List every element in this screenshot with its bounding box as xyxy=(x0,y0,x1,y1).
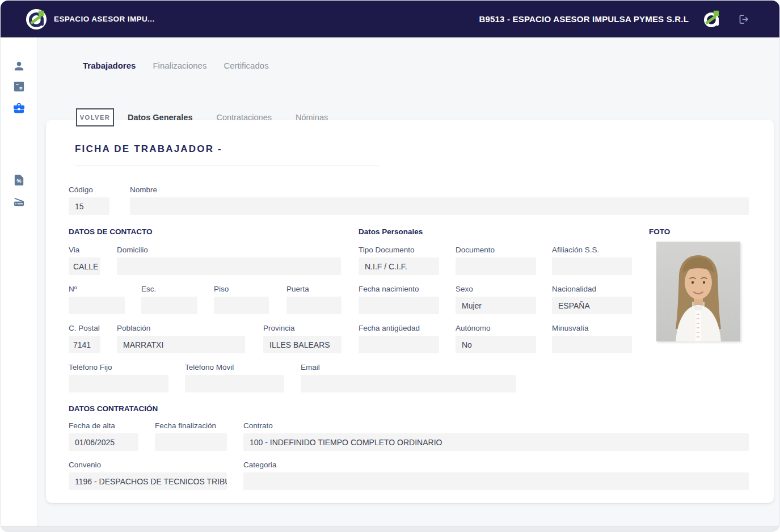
field-email: Email xyxy=(301,363,516,392)
back-button[interactable]: VOLVER xyxy=(76,108,114,126)
document-percent-icon: % xyxy=(12,174,26,187)
field-poblacion: Población MARRATXI xyxy=(117,324,245,353)
numero-input[interactable] xyxy=(69,297,125,314)
field-label: Población xyxy=(117,324,245,332)
title-divider xyxy=(75,166,379,166)
tipo-documento-input[interactable]: N.I.F / C.I.F. xyxy=(359,257,439,275)
field-categoria: Categoria xyxy=(243,461,749,490)
left-sidebar: % xyxy=(1,37,37,526)
sexo-input[interactable]: Mujer xyxy=(456,297,536,314)
sidebar-item-users[interactable] xyxy=(12,60,26,73)
subtab-nominas[interactable]: Nóminas xyxy=(296,113,328,122)
domicilio-input[interactable] xyxy=(117,257,341,275)
app-logo-icon xyxy=(26,9,47,30)
field-label: Domicilio xyxy=(117,246,341,254)
via-input[interactable]: CALLE xyxy=(69,257,100,275)
briefcase-icon xyxy=(12,102,26,115)
sidebar-item-workers-active[interactable] xyxy=(12,102,26,115)
field-tipo-documento: Tipo Documento N.I.F / C.I.F. xyxy=(359,246,439,275)
field-label: Afiliación S.S. xyxy=(552,246,632,254)
field-label: Fecha de alta xyxy=(69,421,138,430)
tab-trabajadores[interactable]: Trabajadores xyxy=(83,61,136,70)
email-input[interactable] xyxy=(301,375,516,392)
esc-input[interactable] xyxy=(141,297,197,314)
codigo-input[interactable]: 15 xyxy=(69,197,109,215)
minusvalia-input[interactable] xyxy=(552,336,632,353)
tab-finalizaciones[interactable]: Finalizaciones xyxy=(153,61,206,70)
c-postal-input[interactable]: 7141 xyxy=(69,336,100,353)
autonomo-input[interactable]: No xyxy=(456,336,536,353)
field-telefono-movil: Teléfono Móvil xyxy=(185,363,284,392)
section-header-datos-personales: Datos Personales xyxy=(359,227,423,236)
fecha-alta-input[interactable]: 01/06/2025 xyxy=(69,433,138,451)
field-fecha-finalizacion: Fecha finalización xyxy=(155,421,227,451)
field-label: Nº xyxy=(69,285,125,293)
top-navbar: ESPACIO ASESOR IMPU... B9513 - ESPACIO A… xyxy=(1,1,779,37)
logout-button[interactable] xyxy=(735,11,751,27)
field-fecha-nacimiento: Fecha nacimiento xyxy=(359,285,439,314)
fecha-antiguedad-input[interactable] xyxy=(359,336,439,353)
main-tabs: Trabajadores Finalizaciones Certificados xyxy=(83,61,269,70)
field-fecha-antiguedad: Fecha antigüedad xyxy=(359,324,439,353)
convenio-input[interactable]: 1196 - DESPACHOS DE TECNICOS TRIBUTARIO xyxy=(69,472,227,490)
sidebar-item-taxes[interactable]: % xyxy=(12,174,26,187)
section-header-datos-contratacion: DATOS CONTRATACIÓN xyxy=(69,404,158,413)
field-puerta: Puerta xyxy=(286,285,341,314)
field-provincia: Provincia ILLES BALEARS xyxy=(263,324,341,353)
worker-photo xyxy=(656,242,740,341)
categoria-input[interactable] xyxy=(243,472,749,490)
logout-icon xyxy=(736,12,750,26)
piso-input[interactable] xyxy=(214,297,269,314)
documento-input[interactable] xyxy=(456,257,536,275)
subtab-contrataciones[interactable]: Contrataciones xyxy=(216,113,272,122)
app-window: ESPACIO ASESOR IMPU... B9513 - ESPACIO A… xyxy=(0,0,780,532)
field-label: C. Postal xyxy=(69,324,100,332)
field-label: Código xyxy=(69,185,109,194)
worker-portrait-image xyxy=(656,242,740,341)
field-label: Email xyxy=(301,363,516,371)
field-label: Esc. xyxy=(141,285,197,293)
field-convenio: Convenio 1196 - DESPACHOS DE TECNICOS TR… xyxy=(69,461,227,490)
field-c-postal: C. Postal 7141 xyxy=(69,324,100,353)
field-label: Documento xyxy=(456,246,536,254)
telefono-movil-input[interactable] xyxy=(185,375,284,392)
fecha-nacimiento-input[interactable] xyxy=(359,297,439,314)
field-label: Convenio xyxy=(69,461,227,469)
field-label: Tipo Documento xyxy=(359,246,439,254)
field-piso: Piso xyxy=(214,285,269,314)
field-label: Provincia xyxy=(263,324,341,332)
horizontal-scrollbar[interactable] xyxy=(1,526,779,531)
field-documento: Documento xyxy=(456,246,536,275)
sidebar-item-calculations[interactable] xyxy=(12,80,26,93)
field-label: Fecha finalización xyxy=(155,421,227,430)
field-label: Puerta xyxy=(286,285,341,293)
field-numero: Nº xyxy=(69,285,125,314)
field-esc: Esc. xyxy=(141,285,197,314)
field-afiliacion-ss: Afiliación S.S. xyxy=(552,246,632,275)
section-header-foto: FOTO xyxy=(649,227,670,236)
poblacion-input[interactable]: MARRATXI xyxy=(117,336,245,353)
field-fecha-alta: Fecha de alta 01/06/2025 xyxy=(69,421,138,451)
puerta-input[interactable] xyxy=(286,297,341,314)
afiliacion-ss-input[interactable] xyxy=(552,257,632,275)
field-domicilio: Domicilio xyxy=(117,246,341,275)
field-label: Contrato xyxy=(243,421,749,430)
nacionalidad-input[interactable]: ESPAÑA xyxy=(552,297,632,314)
field-telefono-fijo: Teléfono Fijo xyxy=(69,363,168,392)
field-label: Fecha antigüedad xyxy=(359,324,439,332)
sidebar-item-scanner[interactable] xyxy=(12,195,26,208)
field-label: Teléfono Móvil xyxy=(185,363,284,371)
field-sexo: Sexo Mujer xyxy=(456,285,536,314)
telefono-fijo-input[interactable] xyxy=(69,375,168,392)
field-label: Nacionalidad xyxy=(552,285,632,293)
nombre-input[interactable] xyxy=(130,197,749,215)
section-header-datos-contacto: DATOS DE CONTACTO xyxy=(69,227,153,236)
tab-certificados[interactable]: Certificados xyxy=(224,61,268,70)
contrato-input[interactable]: 100 - INDEFINIDO TIEMPO COMPLETO ORDINAR… xyxy=(243,433,749,451)
subtab-datos-generales[interactable]: Datos Generales xyxy=(128,113,192,122)
navbar-left: ESPACIO ASESOR IMPU... xyxy=(1,9,155,30)
fecha-finalizacion-input[interactable] xyxy=(155,433,227,451)
provincia-input[interactable]: ILLES BALEARS xyxy=(263,336,341,353)
field-via: Via CALLE xyxy=(69,246,100,275)
svg-text:%: % xyxy=(16,178,22,184)
